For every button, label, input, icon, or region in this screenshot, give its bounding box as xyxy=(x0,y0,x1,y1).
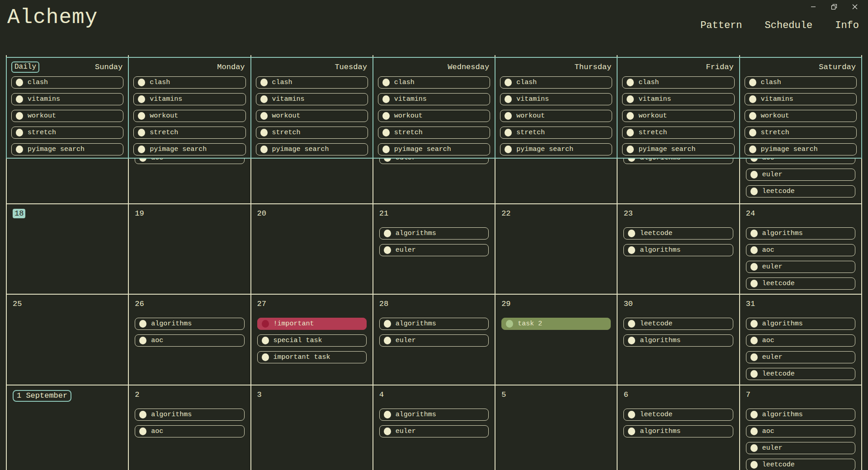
task-status-icon xyxy=(505,146,512,153)
nav-schedule[interactable]: Schedule xyxy=(765,20,813,31)
task-pill[interactable]: stretch xyxy=(378,127,490,139)
calendar-cell[interactable]: 22 xyxy=(495,204,618,294)
task-pill[interactable]: algorithms xyxy=(379,409,489,421)
task-pill[interactable]: clash xyxy=(378,76,490,89)
task-pill[interactable]: vitamins xyxy=(622,93,734,105)
task-pill[interactable]: algorithms xyxy=(379,318,489,330)
task-pill[interactable]: clash xyxy=(11,76,123,89)
nav-info[interactable]: Info xyxy=(835,20,859,31)
task-pill[interactable]: stretch xyxy=(133,127,245,139)
task-pill[interactable]: pyimage search xyxy=(378,143,490,155)
task-pill[interactable]: clash xyxy=(133,76,245,89)
task-pill[interactable]: pyimage search xyxy=(11,143,123,155)
task-pill[interactable]: special task xyxy=(257,334,367,347)
task-pill[interactable]: workout xyxy=(11,110,123,122)
task-pill[interactable]: euler xyxy=(746,442,855,454)
calendar-cell[interactable]: 24algorithmsaoceulerleetcode xyxy=(740,204,861,294)
task-pill[interactable]: algorithms xyxy=(623,425,733,437)
task-pill[interactable]: leetcode xyxy=(623,318,733,330)
task-pill[interactable]: algorithms xyxy=(135,409,244,421)
task-pill[interactable]: aoc xyxy=(746,334,855,347)
task-pill[interactable]: euler xyxy=(379,334,489,347)
task-pill[interactable]: clash xyxy=(622,76,734,89)
task-pill[interactable]: stretch xyxy=(500,127,612,139)
task-pill[interactable]: workout xyxy=(622,110,734,122)
task-pill[interactable]: clash xyxy=(500,76,612,89)
calendar-cell[interactable]: 25 xyxy=(7,295,129,385)
task-pill[interactable]: euler xyxy=(746,261,855,273)
task-pill[interactable]: algorithms xyxy=(623,244,733,256)
task-status-icon xyxy=(750,320,758,328)
task-pill[interactable]: vitamins xyxy=(133,93,245,105)
task-pill[interactable]: leetcode xyxy=(746,459,855,470)
task-pill[interactable]: leetcode xyxy=(623,409,733,421)
task-pill[interactable]: workout xyxy=(133,110,245,122)
nav-pattern[interactable]: Pattern xyxy=(700,20,742,31)
calendar-cell[interactable]: 20 xyxy=(251,204,373,294)
task-pill[interactable]: pyimage search xyxy=(133,143,245,155)
task-pill[interactable]: stretch xyxy=(11,127,123,139)
task-pill[interactable]: leetcode xyxy=(623,227,733,240)
calendar-cell[interactable]: 1 September xyxy=(7,385,129,470)
calendar-cell[interactable]: 28algorithmseuler xyxy=(373,295,495,385)
task-pill[interactable]: algorithms xyxy=(623,334,733,347)
calendar-cell[interactable]: 2algorithmsaoc xyxy=(129,385,251,470)
minimize-icon[interactable] xyxy=(803,1,824,13)
task-pill[interactable]: workout xyxy=(745,110,857,122)
task-pill[interactable]: aoc xyxy=(746,425,855,437)
calendar-cell[interactable]: 4algorithmseuler xyxy=(373,385,495,470)
task-pill[interactable]: clash xyxy=(256,76,368,89)
task-pill[interactable]: algorithms xyxy=(379,227,489,240)
task-pill[interactable]: pyimage search xyxy=(256,143,368,155)
task-pill[interactable]: workout xyxy=(500,110,612,122)
task-pill[interactable]: stretch xyxy=(745,127,857,139)
task-pill[interactable]: euler xyxy=(746,351,855,363)
calendar-cell[interactable]: 18 xyxy=(7,204,129,294)
task-pill[interactable]: task 2 xyxy=(501,318,611,330)
calendar-cell[interactable]: 3 xyxy=(251,385,373,470)
calendar-cell[interactable]: 29task 2 xyxy=(495,295,618,385)
close-icon[interactable] xyxy=(844,1,865,13)
calendar-cell[interactable]: 30leetcodealgorithms xyxy=(618,295,740,385)
task-pill[interactable]: pyimage search xyxy=(745,143,857,155)
task-pill[interactable]: important task xyxy=(257,351,367,363)
task-pill[interactable]: euler xyxy=(379,244,489,256)
task-pill[interactable]: leetcode xyxy=(746,185,855,197)
task-pill[interactable]: vitamins xyxy=(745,93,857,105)
task-pill[interactable]: aoc xyxy=(746,244,855,256)
calendar-cell[interactable]: 7algorithmsaoceulerleetcode xyxy=(740,385,861,470)
restore-icon[interactable] xyxy=(824,1,844,13)
task-pill[interactable]: workout xyxy=(378,110,490,122)
calendar-cell[interactable]: 31algorithmsaoceulerleetcode xyxy=(740,295,861,385)
task-status-icon xyxy=(749,79,756,86)
task-pill[interactable]: clash xyxy=(745,76,857,89)
task-pill[interactable]: euler xyxy=(379,425,489,437)
task-pill[interactable]: vitamins xyxy=(378,93,490,105)
task-pill[interactable]: leetcode xyxy=(746,277,855,290)
task-pill[interactable]: pyimage search xyxy=(500,143,612,155)
task-pill[interactable]: leetcode xyxy=(746,368,855,380)
task-status-icon xyxy=(627,95,634,103)
task-pill[interactable]: aoc xyxy=(135,334,244,347)
task-pill[interactable]: !important xyxy=(257,318,367,330)
calendar-cell[interactable]: 5 xyxy=(495,385,618,470)
task-pill[interactable]: algorithms xyxy=(746,409,855,421)
task-pill[interactable]: vitamins xyxy=(11,93,123,105)
task-pill[interactable]: euler xyxy=(746,169,855,181)
task-pill[interactable]: vitamins xyxy=(256,93,368,105)
task-pill[interactable]: stretch xyxy=(256,127,368,139)
task-pill[interactable]: vitamins xyxy=(500,93,612,105)
calendar-cell[interactable]: 19 xyxy=(129,204,251,294)
calendar-cell[interactable]: 23leetcodealgorithms xyxy=(618,204,740,294)
calendar-cell[interactable]: 27!importantspecial taskimportant task xyxy=(251,295,373,385)
task-pill[interactable]: algorithms xyxy=(135,318,244,330)
task-pill[interactable]: algorithms xyxy=(746,318,855,330)
task-pill[interactable]: algorithms xyxy=(746,227,855,240)
task-pill[interactable]: pyimage search xyxy=(622,143,734,155)
calendar-cell[interactable]: 26algorithmsaoc xyxy=(129,295,251,385)
task-pill[interactable]: workout xyxy=(256,110,368,122)
calendar-cell[interactable]: 6leetcodealgorithms xyxy=(618,385,740,470)
task-pill[interactable]: aoc xyxy=(135,425,244,437)
task-pill[interactable]: stretch xyxy=(622,127,734,139)
calendar-cell[interactable]: 21algorithmseuler xyxy=(373,204,495,294)
